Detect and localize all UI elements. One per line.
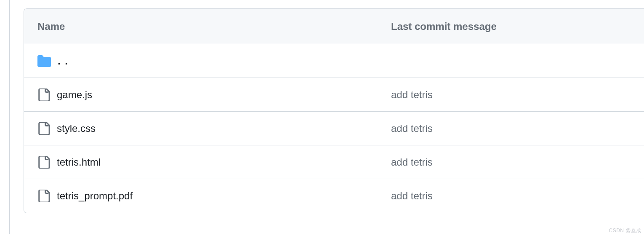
commit-message-cell[interactable]: add tetris	[391, 156, 631, 168]
file-icon	[37, 122, 50, 135]
parent-directory-cell: . .	[37, 54, 391, 68]
table-row[interactable]: tetris_prompt.pdf add tetris	[24, 179, 644, 213]
file-name-cell: game.js	[37, 88, 391, 101]
commit-message-cell[interactable]: add tetris	[391, 190, 631, 202]
file-name-label[interactable]: tetris_prompt.pdf	[57, 190, 133, 202]
commit-message-cell[interactable]: add tetris	[391, 89, 631, 101]
table-row[interactable]: game.js add tetris	[24, 78, 644, 112]
table-row[interactable]: style.css add tetris	[24, 112, 644, 145]
header-name-column[interactable]: Name	[37, 21, 391, 32]
file-name-cell: tetris.html	[37, 156, 391, 169]
parent-directory-row[interactable]: . .	[24, 44, 644, 78]
file-name-cell: style.css	[37, 122, 391, 135]
table-header: Name Last commit message	[24, 9, 644, 44]
commit-message-cell[interactable]: add tetris	[391, 123, 631, 134]
file-name-label[interactable]: tetris.html	[57, 156, 101, 168]
folder-icon	[37, 54, 51, 68]
left-divider	[9, 0, 10, 234]
file-name-label[interactable]: game.js	[57, 89, 92, 101]
file-listing-table: Name Last commit message . . game.js add…	[24, 8, 644, 213]
file-name-label[interactable]: style.css	[57, 123, 96, 134]
parent-directory-label: . .	[58, 55, 69, 67]
watermark-text: CSDN @叁成	[609, 227, 641, 234]
file-icon	[37, 88, 50, 101]
file-icon	[37, 156, 50, 169]
header-commit-column[interactable]: Last commit message	[391, 21, 631, 32]
table-row[interactable]: tetris.html add tetris	[24, 145, 644, 179]
file-icon	[37, 190, 50, 202]
file-name-cell: tetris_prompt.pdf	[37, 190, 391, 202]
